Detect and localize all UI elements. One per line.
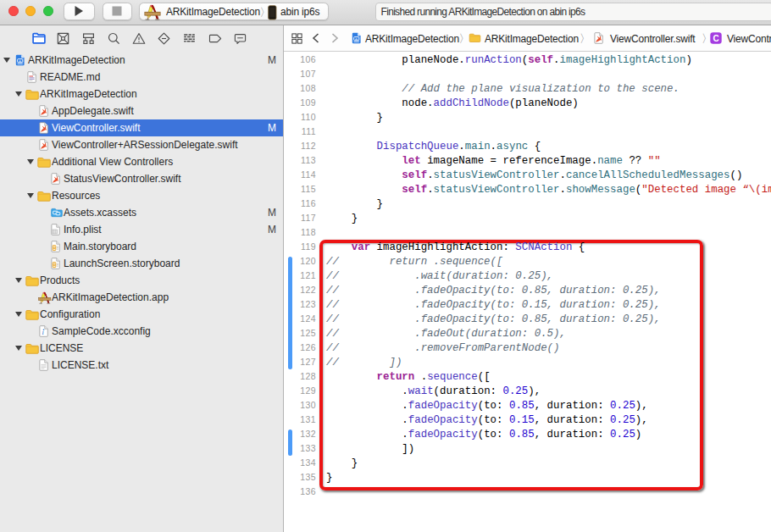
svg-text:C: C — [713, 34, 718, 43]
